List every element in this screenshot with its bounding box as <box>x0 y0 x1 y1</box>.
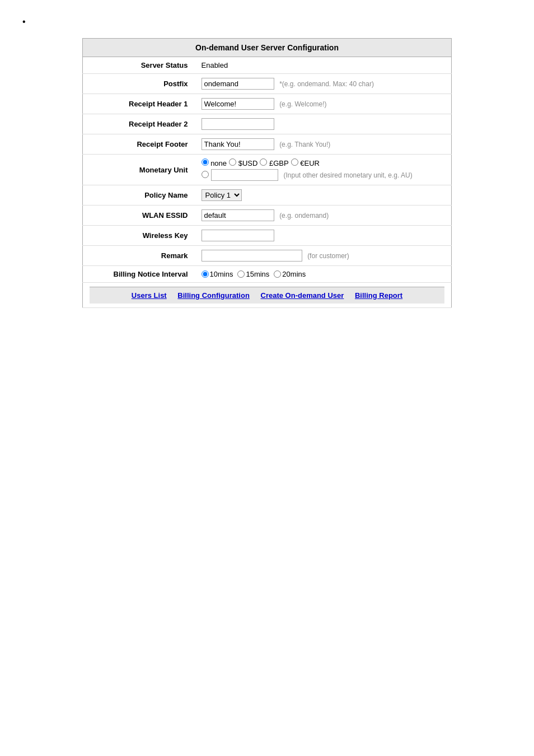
input-wlan-essid[interactable] <box>202 209 274 221</box>
radio-label-gbp[interactable]: £GBP <box>260 158 288 167</box>
hint-monetary-other: (Input other desired monetary unit, e.g.… <box>284 171 413 179</box>
footer-links: Users List Billing Configuration Create … <box>90 287 444 304</box>
label-postfix: Postfix <box>83 74 195 94</box>
table-caption: On-demand User Server Configuration <box>82 38 452 57</box>
hint-postfix: *(e.g. ondemand. Max: 40 char) <box>279 80 374 88</box>
radio-10mins[interactable] <box>202 270 209 278</box>
config-table: On-demand User Server Configuration Serv… <box>82 38 452 308</box>
label-receipt-footer: Receipt Footer <box>83 134 195 155</box>
monetary-line1: none $USD £GBP €EUR <box>202 158 445 167</box>
footer-cell: Users List Billing Configuration Create … <box>83 283 452 308</box>
radio-label-other[interactable] <box>202 171 209 180</box>
hint-receipt-header-1: (e.g. Welcome!) <box>279 100 326 108</box>
row-policy-name: Policy Name Policy 1 <box>83 185 452 206</box>
cell-policy-name: Policy 1 <box>195 185 452 206</box>
label-monetary-unit: Monetary Unit <box>83 155 195 185</box>
input-postfix[interactable] <box>202 78 274 90</box>
radio-text-eur: €EUR <box>300 159 320 167</box>
cell-billing-notice-interval: 10mins 15mins 20mins <box>195 266 452 283</box>
radio-other[interactable] <box>202 171 209 178</box>
row-billing-notice-interval: Billing Notice Interval 10mins 15mins 20… <box>83 266 452 283</box>
radio-text-none: none <box>210 159 227 167</box>
hint-wlan-essid: (e.g. ondemand) <box>279 212 329 220</box>
radio-label-20mins[interactable]: 20mins <box>274 270 306 278</box>
monetary-line2: (Input other desired monetary unit, e.g.… <box>202 169 445 181</box>
input-wireless-key[interactable] <box>202 230 274 241</box>
bullet-point: • <box>22 17 523 27</box>
cell-monetary-unit: none $USD £GBP €EUR <box>195 155 452 185</box>
billing-interval-options: 10mins 15mins 20mins <box>202 270 445 278</box>
radio-15mins[interactable] <box>237 270 245 278</box>
monetary-options: none $USD £GBP €EUR <box>202 158 445 181</box>
value-server-status: Enabled <box>195 57 452 74</box>
footer-row: Users List Billing Configuration Create … <box>83 283 452 308</box>
label-billing-notice-interval: Billing Notice Interval <box>83 266 195 283</box>
row-postfix: Postfix *(e.g. ondemand. Max: 40 char) <box>83 74 452 94</box>
row-receipt-footer: Receipt Footer (e.g. Thank You!) <box>83 134 452 155</box>
link-billing-configuration[interactable]: Billing Configuration <box>177 291 250 300</box>
radio-text-usd: $USD <box>238 159 258 167</box>
row-wireless-key: Wireless Key <box>83 226 452 246</box>
radio-label-10mins[interactable]: 10mins <box>202 270 233 278</box>
cell-receipt-header-1: (e.g. Welcome!) <box>195 94 452 114</box>
cell-receipt-header-2 <box>195 114 452 134</box>
hint-remark: (for customer) <box>307 252 349 260</box>
input-receipt-header-1[interactable] <box>202 98 274 110</box>
radio-label-none[interactable]: none <box>202 158 227 167</box>
row-wlan-essid: WLAN ESSID (e.g. ondemand) <box>83 206 452 226</box>
radio-label-eur[interactable]: €EUR <box>291 158 320 167</box>
radio-eur[interactable] <box>291 158 298 166</box>
radio-gbp[interactable] <box>260 158 267 166</box>
cell-remark: (for customer) <box>195 246 452 266</box>
row-receipt-header-2: Receipt Header 2 <box>83 114 452 134</box>
radio-none[interactable] <box>202 158 209 166</box>
row-remark: Remark (for customer) <box>83 246 452 266</box>
label-server-status: Server Status <box>83 57 195 74</box>
input-remark[interactable] <box>202 250 302 262</box>
radio-text-20mins: 20mins <box>282 270 306 278</box>
radio-label-15mins[interactable]: 15mins <box>237 270 269 278</box>
radio-label-usd[interactable]: $USD <box>229 158 257 167</box>
label-policy-name: Policy Name <box>83 185 195 206</box>
input-monetary-other[interactable] <box>211 169 278 181</box>
label-receipt-header-2: Receipt Header 2 <box>83 114 195 134</box>
cell-wireless-key <box>195 226 452 246</box>
row-receipt-header-1: Receipt Header 1 (e.g. Welcome!) <box>83 94 452 114</box>
select-policy[interactable]: Policy 1 <box>202 189 242 201</box>
label-remark: Remark <box>83 246 195 266</box>
row-monetary-unit: Monetary Unit none $USD <box>83 155 452 185</box>
cell-postfix: *(e.g. ondemand. Max: 40 char) <box>195 74 452 94</box>
hint-receipt-footer: (e.g. Thank You!) <box>279 141 330 148</box>
radio-usd[interactable] <box>229 158 236 166</box>
radio-20mins[interactable] <box>274 270 281 278</box>
link-billing-report[interactable]: Billing Report <box>355 291 402 300</box>
cell-receipt-footer: (e.g. Thank You!) <box>195 134 452 155</box>
input-receipt-footer[interactable] <box>202 138 274 150</box>
link-users-list[interactable]: Users List <box>132 291 167 300</box>
label-wlan-essid: WLAN ESSID <box>83 206 195 226</box>
label-receipt-header-1: Receipt Header 1 <box>83 94 195 114</box>
input-receipt-header-2[interactable] <box>202 118 274 130</box>
cell-wlan-essid: (e.g. ondemand) <box>195 206 452 226</box>
radio-text-15mins: 15mins <box>246 270 269 278</box>
radio-text-gbp: £GBP <box>269 159 289 167</box>
link-create-on-demand-user[interactable]: Create On-demand User <box>261 291 344 300</box>
radio-text-10mins: 10mins <box>210 270 233 278</box>
row-server-status: Server Status Enabled <box>83 57 452 74</box>
label-wireless-key: Wireless Key <box>83 226 195 246</box>
